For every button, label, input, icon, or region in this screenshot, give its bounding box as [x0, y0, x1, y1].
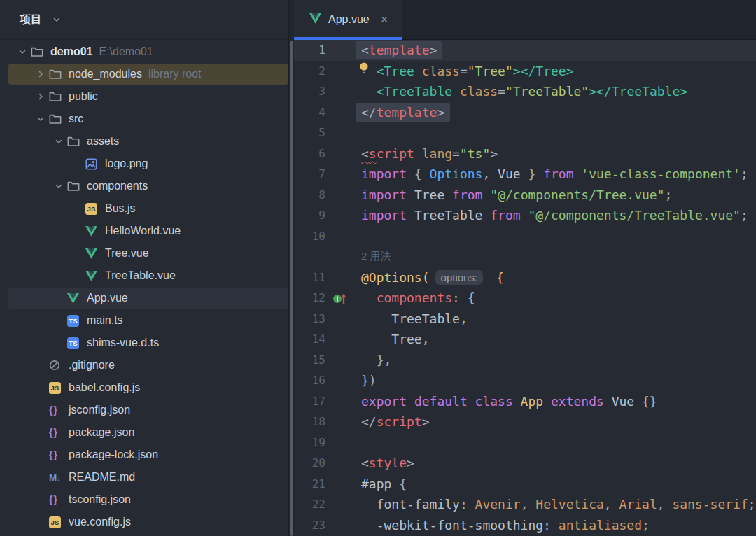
code-line-content[interactable]: export default class App extends Vue {} — [356, 391, 657, 412]
code-line-13[interactable]: 13 TreeTable, — [294, 309, 756, 330]
close-icon[interactable]: × — [381, 13, 388, 26]
tree-item-tree-vue[interactable]: Tree.vue — [0, 242, 288, 265]
code-line-content[interactable]: <Tree class="Tree"></Tree> — [356, 61, 574, 82]
code-line-1[interactable]: 1<template> — [294, 40, 756, 61]
code-token: </ — [361, 414, 377, 429]
code-token: ; — [665, 188, 673, 202]
tree-item-main-ts[interactable]: TSmain.ts — [0, 309, 288, 332]
code-line-content[interactable]: }) — [356, 370, 377, 391]
project-panel-scrollbar[interactable] — [288, 0, 294, 536]
code-line-content[interactable]: @Options(options: { — [356, 267, 504, 288]
tree-item-logo-png[interactable]: logo.png — [0, 153, 288, 175]
code-line-content[interactable] — [356, 122, 361, 143]
code-line-content[interactable]: import { Options, Vue } from 'vue-class-… — [356, 164, 748, 185]
code-line-content[interactable]: components: { — [356, 288, 475, 309]
code-line-content[interactable]: }, — [356, 350, 391, 371]
code-token: Vue — [612, 394, 635, 409]
tree-item-vue-config-js[interactable]: JSvue.config.js — [0, 511, 288, 533]
code-line-11[interactable]: 11@Options(options: { — [294, 267, 756, 288]
tree-item-package-json[interactable]: {}package.json — [0, 421, 288, 444]
code-line-3[interactable]: 3 <TreeTable class="TreeTable"></TreeTab… — [294, 81, 756, 102]
tree-item--gitignore[interactable]: .gitignore — [0, 354, 288, 376]
implemented-marker-icon[interactable] — [332, 290, 349, 306]
tree-item-src[interactable]: src — [0, 108, 288, 130]
chevron-spacer — [32, 446, 49, 463]
scrollbar-thumb[interactable] — [290, 41, 293, 536]
tree-item-babel-config-js[interactable]: JSbabel.config.js — [0, 376, 288, 399]
ide-window: 项目 demo01E:\demo01node_moduleslibrary ro… — [0, 0, 756, 536]
tree-item-shims-vue-d-ts[interactable]: TSshims-vue.d.ts — [0, 332, 288, 354]
code-token: </ — [361, 105, 377, 120]
code-line-6[interactable]: 6<script lang="ts"> — [294, 143, 756, 164]
code-line-content[interactable]: import TreeTable from "@/components/Tree… — [356, 205, 748, 226]
code-line-17[interactable]: 17export default class App extends Vue {… — [294, 391, 756, 412]
code-line-15[interactable]: 15 }, — [294, 350, 756, 371]
tree-item-jsconfig-json[interactable]: {}jsconfig.json — [0, 399, 288, 421]
project-panel-header[interactable]: 项目 — [0, 0, 288, 40]
code-line-4[interactable]: 4</template> — [294, 102, 756, 123]
chevron-spacer — [69, 223, 85, 239]
code-line-21[interactable]: 21#app { — [294, 474, 756, 495]
tree-item-components[interactable]: components — [0, 175, 288, 197]
tree-item-assets[interactable]: assets — [0, 130, 288, 153]
chevron-down-icon[interactable] — [50, 133, 67, 150]
code-line-content[interactable]: import Tree from "@/components/Tree.vue"… — [356, 185, 672, 206]
tree-item-demo01[interactable]: demo01E:\demo01 — [0, 41, 288, 63]
tree-item-helloworld-vue[interactable]: HelloWorld.vue — [0, 220, 288, 242]
code-token: Tree — [414, 188, 444, 202]
usages-inlay-hint[interactable]: 2 用法 — [361, 250, 391, 263]
code-line-5[interactable]: 5 — [294, 122, 756, 143]
code-line-content[interactable] — [356, 226, 361, 247]
code-line-content[interactable]: Tree, — [356, 329, 430, 350]
chevron-down-icon[interactable] — [50, 178, 67, 195]
code-line-content[interactable]: <TreeTable class="TreeTable"></TreeTable… — [356, 81, 687, 102]
code-line-content[interactable]: </template> — [356, 102, 450, 123]
code-line-content[interactable]: <script lang="ts"> — [356, 143, 498, 164]
code-line-12[interactable]: 12 components: { — [294, 288, 756, 309]
code-line-9[interactable]: 9import TreeTable from "@/components/Tre… — [294, 205, 756, 226]
chevron-right-icon[interactable] — [32, 88, 49, 105]
code-line-23[interactable]: 23 -webkit-font-smoothing: antialiased; — [294, 515, 756, 536]
code-token — [414, 64, 422, 78]
code-line-8[interactable]: 8import Tree from "@/components/Tree.vue… — [294, 185, 756, 206]
code-line-content[interactable]: <style> — [356, 453, 414, 474]
project-panel: 项目 demo01E:\demo01node_moduleslibrary ro… — [0, 0, 288, 536]
chevron-down-icon[interactable] — [14, 43, 31, 60]
tree-item-treetable-vue[interactable]: TreeTable.vue — [0, 265, 288, 287]
code-editor[interactable]: 1<template>2 <Tree class="Tree"></Tree>3… — [294, 40, 756, 536]
code-line-20[interactable]: 20<style> — [294, 453, 756, 474]
tab-app-vue[interactable]: App.vue × — [294, 0, 402, 39]
tree-item-package-lock-json[interactable]: {}package-lock.json — [0, 444, 288, 466]
code-token: > — [589, 84, 596, 99]
code-token: TreeTable — [391, 311, 460, 326]
tree-item-readme-md[interactable]: M↓README.md — [0, 466, 288, 488]
chevron-down-icon[interactable] — [32, 111, 49, 127]
code-line-content[interactable] — [356, 432, 361, 453]
code-line-2[interactable]: 2 <Tree class="Tree"></Tree> — [294, 61, 756, 82]
chevron-right-icon[interactable] — [32, 66, 49, 83]
code-line-18[interactable]: 18</script> — [294, 411, 756, 432]
code-line-content[interactable]: </script> — [356, 411, 430, 432]
code-line-10[interactable]: 10 — [294, 226, 756, 247]
code-line-content[interactable]: #app { — [356, 474, 407, 495]
code-line-22[interactable]: 22 font-family: Avenir, Helvetica, Arial… — [294, 494, 756, 515]
code-line-7[interactable]: 7import { Options, Vue } from 'vue-class… — [294, 164, 756, 185]
inlay-usage-row[interactable]: 2 用法 — [294, 246, 756, 267]
tree-item-bus-js[interactable]: JSBus.js — [0, 197, 288, 220]
code-line-content[interactable]: font-family: Avenir, Helvetica, Arial, s… — [356, 494, 756, 515]
indent-guide — [377, 309, 377, 330]
tree-item-app-vue[interactable]: App.vue — [0, 287, 288, 309]
code-line-content[interactable]: 2 用法 — [356, 246, 391, 267]
code-line-content[interactable]: TreeTable, — [356, 309, 468, 330]
code-token: -webkit-font-smoothing — [377, 518, 543, 533]
intention-bulb-icon[interactable] — [358, 62, 371, 76]
chevron-down-icon[interactable] — [52, 15, 62, 24]
code-line-19[interactable]: 19 — [294, 432, 756, 453]
tree-item-node-modules[interactable]: node_moduleslibrary root — [0, 63, 288, 85]
code-line-16[interactable]: 16}) — [294, 370, 756, 391]
code-line-content[interactable]: <template> — [356, 40, 442, 61]
code-line-content[interactable]: -webkit-font-smoothing: antialiased; — [356, 515, 650, 536]
tree-item-public[interactable]: public — [0, 85, 288, 108]
tree-item-tsconfig-json[interactable]: {}tsconfig.json — [0, 488, 288, 511]
code-line-14[interactable]: 14 Tree, — [294, 329, 756, 350]
